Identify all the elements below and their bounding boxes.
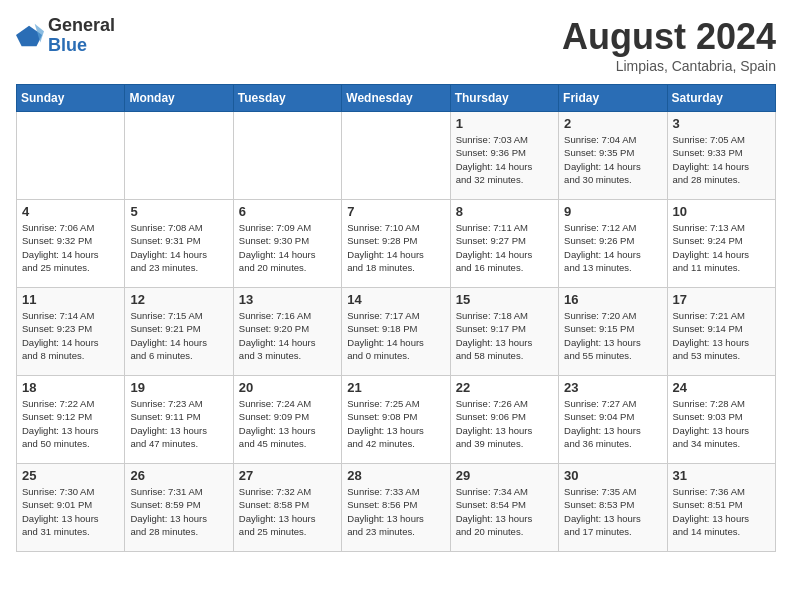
calendar-cell: 18Sunrise: 7:22 AM Sunset: 9:12 PM Dayli… xyxy=(17,376,125,464)
calendar-cell: 19Sunrise: 7:23 AM Sunset: 9:11 PM Dayli… xyxy=(125,376,233,464)
day-number: 14 xyxy=(347,292,444,307)
month-year-title: August 2024 xyxy=(562,16,776,58)
day-info: Sunrise: 7:25 AM Sunset: 9:08 PM Dayligh… xyxy=(347,397,444,450)
day-number: 23 xyxy=(564,380,661,395)
calendar-cell: 10Sunrise: 7:13 AM Sunset: 9:24 PM Dayli… xyxy=(667,200,775,288)
day-number: 20 xyxy=(239,380,336,395)
day-info: Sunrise: 7:36 AM Sunset: 8:51 PM Dayligh… xyxy=(673,485,770,538)
page-header: General Blue August 2024 Limpias, Cantab… xyxy=(16,16,776,74)
calendar-cell: 30Sunrise: 7:35 AM Sunset: 8:53 PM Dayli… xyxy=(559,464,667,552)
week-row-3: 18Sunrise: 7:22 AM Sunset: 9:12 PM Dayli… xyxy=(17,376,776,464)
day-number: 12 xyxy=(130,292,227,307)
day-info: Sunrise: 7:03 AM Sunset: 9:36 PM Dayligh… xyxy=(456,133,553,186)
logo: General Blue xyxy=(16,16,115,56)
calendar-body: 1Sunrise: 7:03 AM Sunset: 9:36 PM Daylig… xyxy=(17,112,776,552)
header-row: SundayMondayTuesdayWednesdayThursdayFrid… xyxy=(17,85,776,112)
day-info: Sunrise: 7:18 AM Sunset: 9:17 PM Dayligh… xyxy=(456,309,553,362)
day-info: Sunrise: 7:11 AM Sunset: 9:27 PM Dayligh… xyxy=(456,221,553,274)
day-info: Sunrise: 7:30 AM Sunset: 9:01 PM Dayligh… xyxy=(22,485,119,538)
day-number: 24 xyxy=(673,380,770,395)
logo-icon xyxy=(16,22,44,50)
calendar-cell: 28Sunrise: 7:33 AM Sunset: 8:56 PM Dayli… xyxy=(342,464,450,552)
day-info: Sunrise: 7:33 AM Sunset: 8:56 PM Dayligh… xyxy=(347,485,444,538)
day-number: 15 xyxy=(456,292,553,307)
calendar-cell: 1Sunrise: 7:03 AM Sunset: 9:36 PM Daylig… xyxy=(450,112,558,200)
day-number: 25 xyxy=(22,468,119,483)
calendar-cell: 24Sunrise: 7:28 AM Sunset: 9:03 PM Dayli… xyxy=(667,376,775,464)
calendar-cell: 9Sunrise: 7:12 AM Sunset: 9:26 PM Daylig… xyxy=(559,200,667,288)
day-info: Sunrise: 7:10 AM Sunset: 9:28 PM Dayligh… xyxy=(347,221,444,274)
calendar-cell: 15Sunrise: 7:18 AM Sunset: 9:17 PM Dayli… xyxy=(450,288,558,376)
calendar-cell: 21Sunrise: 7:25 AM Sunset: 9:08 PM Dayli… xyxy=(342,376,450,464)
calendar-table: SundayMondayTuesdayWednesdayThursdayFrid… xyxy=(16,84,776,552)
day-number: 13 xyxy=(239,292,336,307)
day-info: Sunrise: 7:28 AM Sunset: 9:03 PM Dayligh… xyxy=(673,397,770,450)
calendar-cell: 5Sunrise: 7:08 AM Sunset: 9:31 PM Daylig… xyxy=(125,200,233,288)
day-info: Sunrise: 7:05 AM Sunset: 9:33 PM Dayligh… xyxy=(673,133,770,186)
day-number: 30 xyxy=(564,468,661,483)
calendar-cell xyxy=(233,112,341,200)
calendar-cell: 20Sunrise: 7:24 AM Sunset: 9:09 PM Dayli… xyxy=(233,376,341,464)
day-number: 4 xyxy=(22,204,119,219)
calendar-cell: 16Sunrise: 7:20 AM Sunset: 9:15 PM Dayli… xyxy=(559,288,667,376)
day-info: Sunrise: 7:31 AM Sunset: 8:59 PM Dayligh… xyxy=(130,485,227,538)
logo-blue-text: Blue xyxy=(48,36,115,56)
day-info: Sunrise: 7:15 AM Sunset: 9:21 PM Dayligh… xyxy=(130,309,227,362)
day-info: Sunrise: 7:17 AM Sunset: 9:18 PM Dayligh… xyxy=(347,309,444,362)
day-number: 5 xyxy=(130,204,227,219)
calendar-cell: 17Sunrise: 7:21 AM Sunset: 9:14 PM Dayli… xyxy=(667,288,775,376)
logo-text: General Blue xyxy=(48,16,115,56)
calendar-cell: 6Sunrise: 7:09 AM Sunset: 9:30 PM Daylig… xyxy=(233,200,341,288)
day-info: Sunrise: 7:32 AM Sunset: 8:58 PM Dayligh… xyxy=(239,485,336,538)
day-info: Sunrise: 7:27 AM Sunset: 9:04 PM Dayligh… xyxy=(564,397,661,450)
logo-general-text: General xyxy=(48,16,115,36)
day-number: 8 xyxy=(456,204,553,219)
calendar-cell: 23Sunrise: 7:27 AM Sunset: 9:04 PM Dayli… xyxy=(559,376,667,464)
day-number: 28 xyxy=(347,468,444,483)
calendar-cell xyxy=(17,112,125,200)
calendar-cell: 12Sunrise: 7:15 AM Sunset: 9:21 PM Dayli… xyxy=(125,288,233,376)
calendar-cell: 31Sunrise: 7:36 AM Sunset: 8:51 PM Dayli… xyxy=(667,464,775,552)
day-info: Sunrise: 7:35 AM Sunset: 8:53 PM Dayligh… xyxy=(564,485,661,538)
day-number: 7 xyxy=(347,204,444,219)
calendar-cell: 22Sunrise: 7:26 AM Sunset: 9:06 PM Dayli… xyxy=(450,376,558,464)
col-header-saturday: Saturday xyxy=(667,85,775,112)
col-header-sunday: Sunday xyxy=(17,85,125,112)
day-info: Sunrise: 7:08 AM Sunset: 9:31 PM Dayligh… xyxy=(130,221,227,274)
day-info: Sunrise: 7:12 AM Sunset: 9:26 PM Dayligh… xyxy=(564,221,661,274)
day-info: Sunrise: 7:26 AM Sunset: 9:06 PM Dayligh… xyxy=(456,397,553,450)
col-header-wednesday: Wednesday xyxy=(342,85,450,112)
calendar-header: SundayMondayTuesdayWednesdayThursdayFrid… xyxy=(17,85,776,112)
location-subtitle: Limpias, Cantabria, Spain xyxy=(562,58,776,74)
day-number: 18 xyxy=(22,380,119,395)
day-number: 2 xyxy=(564,116,661,131)
week-row-0: 1Sunrise: 7:03 AM Sunset: 9:36 PM Daylig… xyxy=(17,112,776,200)
day-info: Sunrise: 7:34 AM Sunset: 8:54 PM Dayligh… xyxy=(456,485,553,538)
calendar-cell: 13Sunrise: 7:16 AM Sunset: 9:20 PM Dayli… xyxy=(233,288,341,376)
day-info: Sunrise: 7:09 AM Sunset: 9:30 PM Dayligh… xyxy=(239,221,336,274)
day-info: Sunrise: 7:24 AM Sunset: 9:09 PM Dayligh… xyxy=(239,397,336,450)
calendar-cell: 27Sunrise: 7:32 AM Sunset: 8:58 PM Dayli… xyxy=(233,464,341,552)
day-info: Sunrise: 7:06 AM Sunset: 9:32 PM Dayligh… xyxy=(22,221,119,274)
calendar-cell: 11Sunrise: 7:14 AM Sunset: 9:23 PM Dayli… xyxy=(17,288,125,376)
day-info: Sunrise: 7:22 AM Sunset: 9:12 PM Dayligh… xyxy=(22,397,119,450)
calendar-cell: 4Sunrise: 7:06 AM Sunset: 9:32 PM Daylig… xyxy=(17,200,125,288)
calendar-cell: 29Sunrise: 7:34 AM Sunset: 8:54 PM Dayli… xyxy=(450,464,558,552)
col-header-tuesday: Tuesday xyxy=(233,85,341,112)
col-header-monday: Monday xyxy=(125,85,233,112)
day-number: 10 xyxy=(673,204,770,219)
day-number: 22 xyxy=(456,380,553,395)
day-number: 9 xyxy=(564,204,661,219)
day-info: Sunrise: 7:16 AM Sunset: 9:20 PM Dayligh… xyxy=(239,309,336,362)
calendar-cell: 2Sunrise: 7:04 AM Sunset: 9:35 PM Daylig… xyxy=(559,112,667,200)
day-info: Sunrise: 7:14 AM Sunset: 9:23 PM Dayligh… xyxy=(22,309,119,362)
day-number: 29 xyxy=(456,468,553,483)
calendar-cell: 25Sunrise: 7:30 AM Sunset: 9:01 PM Dayli… xyxy=(17,464,125,552)
week-row-2: 11Sunrise: 7:14 AM Sunset: 9:23 PM Dayli… xyxy=(17,288,776,376)
col-header-friday: Friday xyxy=(559,85,667,112)
day-number: 3 xyxy=(673,116,770,131)
calendar-cell: 14Sunrise: 7:17 AM Sunset: 9:18 PM Dayli… xyxy=(342,288,450,376)
col-header-thursday: Thursday xyxy=(450,85,558,112)
week-row-4: 25Sunrise: 7:30 AM Sunset: 9:01 PM Dayli… xyxy=(17,464,776,552)
day-info: Sunrise: 7:04 AM Sunset: 9:35 PM Dayligh… xyxy=(564,133,661,186)
